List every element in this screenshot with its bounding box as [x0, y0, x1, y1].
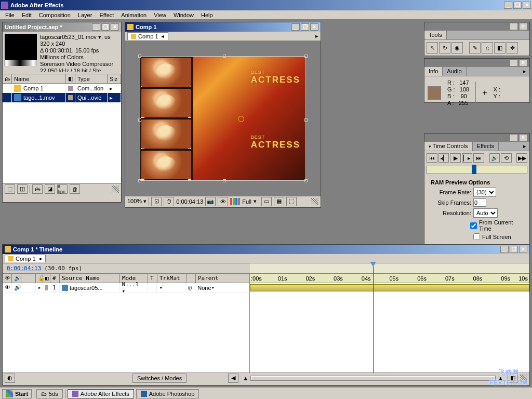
project-item-footage[interactable]: tago...1.mov Qui...ovie ▸: [3, 93, 121, 102]
roi-button[interactable]: ▭: [261, 197, 272, 206]
panel-close-button[interactable]: ×: [519, 134, 527, 141]
col-find-icon[interactable]: 🗁: [3, 74, 12, 83]
rotate-tool[interactable]: ↻: [439, 42, 450, 54]
selection-handle[interactable]: [138, 55, 141, 58]
comp-viewer[interactable]: BESTACTRESS BESTACTRESS: [125, 41, 321, 196]
menu-animation[interactable]: Animation: [118, 11, 150, 19]
snapshot-button[interactable]: 📷: [205, 197, 216, 206]
3d-view-button[interactable]: ⬚: [286, 197, 297, 206]
resize-grip[interactable]: [311, 198, 318, 205]
panel-minimize-button[interactable]: _: [510, 59, 518, 66]
tl-expand-button[interactable]: ◐: [5, 374, 15, 383]
playhead[interactable]: [373, 264, 374, 373]
tl-source-col[interactable]: Source Name: [60, 274, 120, 283]
selection-handle[interactable]: [223, 179, 226, 182]
project-panel-title[interactable]: Untitled Project.aep * _ ❐ ×: [3, 22, 121, 32]
selection-handle[interactable]: [138, 179, 141, 182]
tl-t-col[interactable]: T: [148, 274, 157, 283]
panel-minimize-button[interactable]: _: [500, 246, 509, 253]
close-button[interactable]: ×: [523, 2, 531, 9]
tl-parent-col[interactable]: Parent: [196, 274, 250, 283]
ram-preview-button[interactable]: ▶▶: [516, 153, 527, 163]
layer-twirl[interactable]: ▸: [36, 283, 43, 292]
panel-minimize-button[interactable]: _: [291, 23, 300, 31]
maximize-button[interactable]: ❐: [513, 2, 522, 9]
delete-button[interactable]: 🗑: [70, 184, 80, 194]
prev-frame-button[interactable]: ◂▏: [438, 153, 449, 163]
first-frame-button[interactable]: ⏮: [427, 153, 437, 163]
resize-grip[interactable]: [112, 185, 119, 193]
menu-view[interactable]: View: [151, 11, 169, 19]
switches-modes-button[interactable]: Switches / Modes: [132, 374, 187, 383]
more-tools[interactable]: ✥: [507, 42, 518, 54]
audio-button[interactable]: 🔊: [489, 153, 500, 163]
new-folder-button[interactable]: 🗁: [32, 184, 43, 194]
interpret-button[interactable]: ⬚: [5, 184, 15, 194]
resolution-dropdown[interactable]: Full: [242, 198, 251, 205]
flowchart-button[interactable]: ◫: [17, 184, 28, 194]
panel-close-button[interactable]: ×: [519, 59, 527, 66]
panel-close-button[interactable]: ×: [519, 23, 527, 30]
zoom-out-icon[interactable]: ▲: [243, 375, 248, 381]
panel-close-button[interactable]: ×: [310, 23, 318, 31]
project-item-list[interactable]: Comp 1 Com...tion ▸ tago...1.mov Qui...o…: [3, 84, 121, 183]
framerate-select[interactable]: (30): [473, 188, 496, 197]
col-size[interactable]: Siz: [108, 74, 121, 83]
info-tab[interactable]: Info: [424, 67, 443, 76]
selection-handle[interactable]: [304, 118, 308, 122]
eraser-tool[interactable]: ◧: [494, 42, 506, 54]
audio-tab[interactable]: Audio: [443, 67, 466, 76]
tools-tab[interactable]: Tools: [424, 31, 447, 39]
menu-edit[interactable]: Edit: [19, 11, 35, 19]
brush-tool[interactable]: ✎: [469, 42, 481, 54]
layer-bar[interactable]: [250, 284, 529, 291]
parent-pickwhip[interactable]: @: [186, 283, 195, 292]
tl-label-col[interactable]: ◧: [43, 274, 50, 283]
last-frame-button[interactable]: ⏭: [473, 153, 484, 163]
panel-maximize-button[interactable]: ❐: [301, 23, 309, 31]
menu-help[interactable]: Help: [198, 11, 216, 19]
tl-in-button[interactable]: ◀: [228, 374, 238, 383]
taskbar-app-ps[interactable]: Adobe Photoshop: [136, 389, 199, 398]
selection-handle[interactable]: [138, 118, 141, 122]
show-snapshot-button[interactable]: 👁: [218, 197, 228, 206]
col-name[interactable]: Name: [12, 74, 66, 83]
menu-window[interactable]: Window: [170, 11, 197, 19]
timeline-tab-active[interactable]: Comp 1 ◄: [5, 255, 46, 262]
fullscreen-checkbox[interactable]: [473, 233, 480, 240]
selection-tool[interactable]: ↖: [427, 42, 438, 54]
start-button[interactable]: Start: [2, 389, 32, 398]
minimize-button[interactable]: _: [504, 2, 512, 9]
col-type[interactable]: Type: [75, 74, 108, 83]
tl-trkmat-col[interactable]: TrkMat: [157, 274, 187, 283]
effects-tab[interactable]: Effects: [473, 142, 499, 151]
tools-panel-title[interactable]: _×: [424, 22, 529, 31]
layer-speaker[interactable]: 🔊: [12, 283, 21, 292]
panel-minimize-button[interactable]: _: [92, 23, 100, 31]
panel-minimize-button[interactable]: _: [510, 23, 518, 30]
layer-trkmat[interactable]: ▾: [157, 283, 186, 292]
menu-composition[interactable]: Composition: [36, 11, 74, 19]
next-frame-button[interactable]: ▏▸: [462, 153, 473, 163]
panel-close-button[interactable]: ×: [519, 246, 527, 253]
zoom-slider[interactable]: [250, 376, 496, 381]
panel-minimize-button[interactable]: _: [510, 134, 518, 141]
tl-speaker-col[interactable]: 🔊: [12, 274, 21, 283]
loop-button[interactable]: ⟲: [501, 153, 512, 163]
panel-maximize-button[interactable]: ❐: [101, 23, 110, 31]
selection-handle[interactable]: [304, 179, 308, 182]
col-label-icon[interactable]: ◧: [66, 74, 75, 83]
transparency-grid-button[interactable]: ▦: [274, 197, 284, 206]
current-time[interactable]: 0:00:04:13: [7, 265, 41, 272]
timeline-layer-row[interactable]: 👁 🔊 ▸ 1 tagoscar05... N...l ▾ ▾ @ None ▾: [3, 283, 249, 292]
time-marker[interactable]: [472, 165, 476, 174]
resolution-select[interactable]: Auto: [473, 208, 498, 218]
menu-file[interactable]: File: [2, 11, 18, 19]
layer-parent[interactable]: None ▾: [195, 283, 249, 292]
time-bar[interactable]: [427, 166, 527, 174]
menu-layer[interactable]: Layer: [75, 11, 96, 19]
timeline-panel-title[interactable]: Comp 1 * Timeline _ ❐ ×: [3, 245, 529, 254]
panel-close-button[interactable]: ×: [111, 23, 119, 31]
from-current-checkbox[interactable]: [470, 222, 477, 229]
menu-effect[interactable]: Effect: [96, 11, 117, 19]
